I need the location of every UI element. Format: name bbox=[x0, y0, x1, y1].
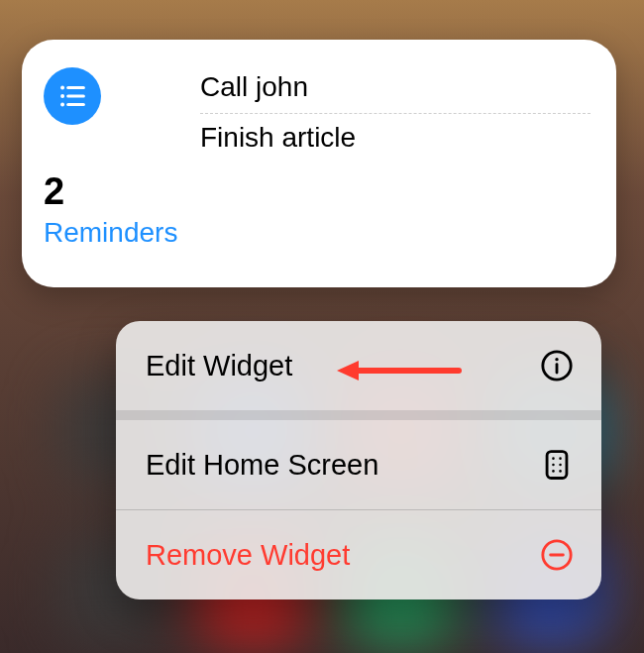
svg-point-11 bbox=[559, 457, 562, 460]
svg-point-12 bbox=[552, 464, 555, 467]
info-icon bbox=[540, 349, 574, 382]
svg-rect-9 bbox=[547, 452, 567, 479]
remove-icon bbox=[540, 538, 574, 572]
menu-separator bbox=[116, 410, 601, 420]
svg-point-13 bbox=[559, 464, 562, 467]
svg-point-2 bbox=[60, 94, 64, 98]
reminders-widget[interactable]: 2 Reminders Call john Finish article bbox=[22, 40, 616, 287]
svg-point-4 bbox=[60, 103, 64, 107]
menu-label: Edit Home Screen bbox=[146, 449, 378, 482]
menu-item-edit-home-screen[interactable]: Edit Home Screen bbox=[116, 420, 601, 509]
svg-point-15 bbox=[559, 470, 562, 473]
menu-item-edit-widget[interactable]: Edit Widget bbox=[116, 321, 601, 410]
menu-label: Remove Widget bbox=[146, 539, 350, 572]
svg-point-14 bbox=[552, 470, 555, 473]
widget-title: Reminders bbox=[44, 217, 190, 249]
svg-point-0 bbox=[60, 86, 64, 90]
svg-point-7 bbox=[555, 358, 558, 361]
list-icon bbox=[44, 67, 101, 125]
menu-item-remove-widget[interactable]: Remove Widget bbox=[116, 510, 601, 599]
context-menu: Edit Widget Edit Home Screen Remove bbox=[116, 321, 601, 599]
app-grid-icon bbox=[540, 448, 574, 482]
reminder-count: 2 bbox=[44, 170, 200, 213]
menu-label: Edit Widget bbox=[146, 350, 292, 382]
reminder-item: Finish article bbox=[200, 114, 590, 163]
svg-point-10 bbox=[552, 457, 555, 460]
reminder-item: Call john bbox=[200, 63, 590, 114]
